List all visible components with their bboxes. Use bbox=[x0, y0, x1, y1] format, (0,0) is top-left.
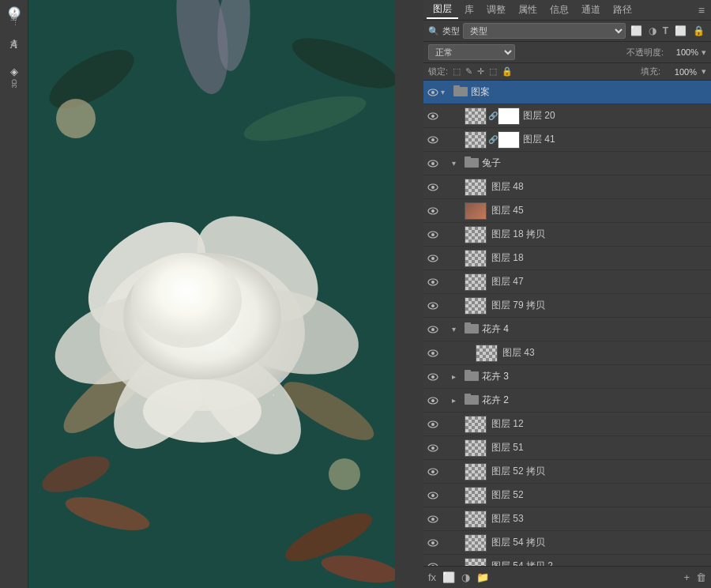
layer-item[interactable]: ▸花卉 2 bbox=[423, 389, 711, 413]
layer-visibility-toggle[interactable] bbox=[425, 108, 441, 124]
fill-chevron-icon: ▾ bbox=[702, 66, 706, 77]
layer-visibility-toggle[interactable] bbox=[425, 156, 441, 172]
tab-adjustments[interactable]: 调整 bbox=[480, 2, 512, 18]
tool-3d[interactable]: ◈ 3D bbox=[10, 66, 18, 89]
layer-visibility-toggle[interactable] bbox=[425, 393, 441, 409]
lock-transparent-icon[interactable]: ⬚ bbox=[453, 66, 461, 77]
layer-visibility-toggle[interactable] bbox=[425, 416, 441, 432]
layer-name: 图层 43 bbox=[502, 346, 708, 360]
filter-text-icon[interactable]: T bbox=[661, 24, 670, 37]
layer-name: 图层 18 拷贝 bbox=[491, 228, 708, 241]
new-layer-button[interactable]: + bbox=[683, 571, 690, 583]
layer-item[interactable]: 图层 54 拷贝 bbox=[423, 531, 711, 555]
layer-item[interactable]: 图层 52 拷贝 bbox=[423, 460, 711, 484]
fill-value[interactable]: 100% bbox=[665, 67, 697, 77]
layer-thumbnail bbox=[465, 463, 487, 481]
layer-item[interactable]: 🔗图层 20 bbox=[423, 104, 711, 128]
tool-history[interactable]: 🕐 历史... bbox=[8, 6, 21, 26]
layer-expand-chevron[interactable]: ▾ bbox=[452, 159, 463, 168]
new-fill-button[interactable]: ◑ bbox=[461, 571, 470, 583]
layer-item[interactable]: 图层 52 bbox=[423, 484, 711, 507]
tab-channels[interactable]: 通道 bbox=[575, 2, 607, 18]
layer-visibility-toggle[interactable] bbox=[425, 274, 441, 290]
blend-mode-select[interactable]: 正常 溶解 变暗 正片叠底 bbox=[428, 44, 515, 60]
svg-rect-63 bbox=[465, 395, 479, 405]
layer-expand-chevron[interactable]: ▾ bbox=[452, 325, 463, 334]
svg-rect-60 bbox=[465, 370, 471, 372]
lock-all-icon[interactable]: 🔒 bbox=[502, 66, 513, 77]
layer-visibility-toggle[interactable] bbox=[425, 488, 441, 503]
svg-point-66 bbox=[431, 423, 434, 426]
panel-menu-button[interactable]: ≡ bbox=[695, 4, 708, 17]
layer-visibility-toggle[interactable] bbox=[425, 179, 441, 195]
layer-folder-icon bbox=[465, 393, 479, 408]
layer-item[interactable]: 🔗图层 41 bbox=[423, 128, 711, 152]
layer-item[interactable]: ▾图案 bbox=[423, 81, 711, 104]
layer-visibility-toggle[interactable] bbox=[425, 440, 441, 456]
layer-name: 图层 51 bbox=[491, 441, 708, 454]
layer-visibility-toggle[interactable] bbox=[425, 345, 441, 361]
layer-item[interactable]: ▾兔子 bbox=[423, 152, 711, 175]
layer-visibility-toggle[interactable] bbox=[425, 251, 441, 266]
tab-library[interactable]: 库 bbox=[458, 2, 480, 18]
layer-item[interactable]: 图层 47 bbox=[423, 270, 711, 294]
delete-layer-button[interactable]: 🗑 bbox=[696, 571, 706, 583]
svg-rect-29 bbox=[453, 87, 468, 96]
layer-item[interactable]: 图层 12 bbox=[423, 413, 711, 436]
layer-thumbnail bbox=[465, 416, 487, 433]
tab-layers[interactable]: 图层 bbox=[427, 1, 458, 19]
filter-row: 🔍 类型 类型 名称 效果 ⬜ ◑ T ⬜ 🔒 bbox=[423, 21, 711, 42]
svg-point-25 bbox=[296, 363, 299, 365]
layer-name: 图层 54 拷贝 bbox=[491, 536, 708, 549]
layer-visibility-toggle[interactable] bbox=[425, 298, 441, 314]
tab-properties[interactable]: 属性 bbox=[512, 2, 544, 18]
tab-info[interactable]: 信息 bbox=[544, 2, 575, 18]
layer-visibility-toggle[interactable] bbox=[425, 203, 441, 219]
tool-glyph[interactable]: A 字形 bbox=[9, 39, 19, 53]
layer-expand-chevron[interactable]: ▸ bbox=[452, 372, 463, 381]
layer-item[interactable]: 图层 43 bbox=[423, 341, 711, 365]
layer-item[interactable]: 图层 79 拷贝 bbox=[423, 294, 711, 318]
layer-visibility-toggle[interactable] bbox=[425, 559, 441, 567]
tab-paths[interactable]: 路径 bbox=[607, 2, 638, 18]
svg-point-74 bbox=[431, 518, 434, 521]
layer-folder-icon bbox=[465, 369, 479, 384]
layer-visibility-toggle[interactable] bbox=[425, 535, 441, 551]
filter-smart-icon[interactable]: 🔒 bbox=[691, 24, 706, 37]
layer-visibility-toggle[interactable] bbox=[425, 464, 441, 480]
lock-row: 锁定: ⬚ ✎ ✛ ⬚ 🔒 填充: 100% ▾ bbox=[423, 63, 711, 81]
3d-icon: ◈ bbox=[10, 66, 18, 77]
layer-item[interactable]: ▸花卉 3 bbox=[423, 365, 711, 389]
layer-expand-chevron[interactable]: ▾ bbox=[441, 88, 452, 96]
layer-item[interactable]: 图层 54 拷贝 2 bbox=[423, 555, 711, 566]
layer-visibility-toggle[interactable] bbox=[425, 132, 441, 148]
layers-list[interactable]: ▾图案🔗图层 20🔗图层 41▾兔子图层 48图层 45图层 18 拷贝图层 1… bbox=[423, 81, 711, 566]
lock-pixels-icon[interactable]: ✎ bbox=[465, 66, 472, 77]
add-mask-button[interactable]: ⬜ bbox=[442, 571, 455, 583]
layer-folder-icon bbox=[465, 156, 479, 171]
filter-adjust-icon[interactable]: ◑ bbox=[647, 24, 658, 37]
layer-item[interactable]: 图层 53 bbox=[423, 507, 711, 531]
lock-artboard-icon[interactable]: ⬚ bbox=[489, 66, 497, 77]
filter-shape-icon[interactable]: ⬜ bbox=[673, 24, 688, 37]
blend-mode-row: 正常 溶解 变暗 正片叠底 不透明度: 100% ▾ bbox=[423, 42, 711, 63]
layer-item[interactable]: ▾花卉 4 bbox=[423, 318, 711, 341]
layer-name: 图层 47 bbox=[491, 275, 708, 288]
opacity-value[interactable]: 100% bbox=[667, 47, 698, 57]
layer-visibility-toggle[interactable] bbox=[425, 511, 441, 527]
layer-visibility-toggle[interactable] bbox=[425, 369, 441, 385]
layer-visibility-toggle[interactable] bbox=[425, 322, 441, 337]
lock-position-icon[interactable]: ✛ bbox=[477, 66, 484, 77]
layer-item[interactable]: 图层 18 拷贝 bbox=[423, 223, 711, 247]
layer-item[interactable]: 图层 18 bbox=[423, 247, 711, 270]
add-style-button[interactable]: fx bbox=[428, 571, 436, 583]
filter-type-select[interactable]: 类型 名称 效果 bbox=[463, 23, 626, 39]
layer-expand-chevron[interactable]: ▸ bbox=[452, 396, 463, 405]
layer-item[interactable]: 图层 51 bbox=[423, 436, 711, 460]
layer-visibility-toggle[interactable] bbox=[425, 227, 441, 243]
new-group-button[interactable]: 📁 bbox=[476, 571, 489, 583]
layer-item[interactable]: 图层 45 bbox=[423, 199, 711, 223]
layer-item[interactable]: 图层 48 bbox=[423, 175, 711, 199]
filter-pixel-icon[interactable]: ⬜ bbox=[629, 24, 644, 37]
layer-visibility-toggle[interactable] bbox=[425, 85, 441, 100]
